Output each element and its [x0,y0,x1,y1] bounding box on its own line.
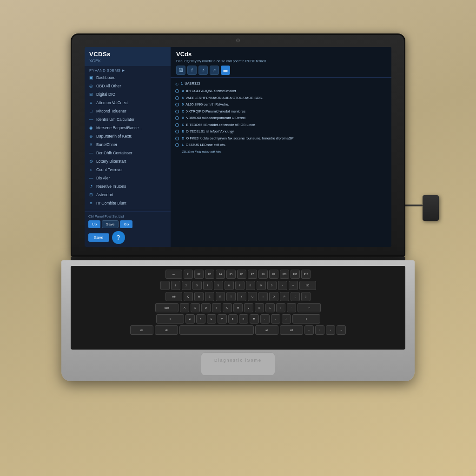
key-lbracket[interactable]: [ [291,292,300,301]
key-1[interactable]: 1 [171,281,180,290]
save-main-button[interactable]: Save [88,233,109,242]
key-3[interactable]: 3 [192,281,202,290]
key-quote[interactable]: ' [287,303,296,312]
key-equals[interactable]: = [289,281,298,290]
key-5[interactable]: 5 [214,281,223,290]
key-m[interactable]: M [250,314,259,324]
key-t[interactable]: T [226,292,236,301]
key-esc[interactable]: esc [165,270,182,279]
save-small-button[interactable]: Save [102,220,119,228]
key-g[interactable]: G [223,303,232,312]
toolbar-active-btn[interactable]: ▬ [221,66,230,75]
key-minus[interactable]: - [278,281,287,290]
key-period[interactable]: . [271,314,280,324]
key-f10[interactable]: F10 [280,270,289,279]
sidebar-item-digital[interactable]: ⊞ Digital DIO [85,90,171,99]
key-0[interactable]: 0 [267,281,277,290]
key-left[interactable]: ← [304,325,314,335]
key-z[interactable]: Z [185,314,195,324]
key-f6[interactable]: F6 [237,270,246,279]
key-a[interactable]: A [180,303,189,312]
key-backspace[interactable]: ⌫ [299,281,316,290]
sidebar-item-resetive[interactable]: ↺ Resetive Irrutons [85,182,171,191]
key-c[interactable]: C [207,314,216,324]
key-q[interactable]: Q [184,292,193,301]
key-h[interactable]: H [233,303,243,312]
key-2[interactable]: 2 [182,281,191,290]
key-u[interactable]: U [248,292,257,301]
key-alt-r[interactable]: alt [255,325,278,335]
key-v[interactable]: V [218,314,227,324]
sidebar-item-astendort[interactable]: ⊞ Astendort [85,191,171,199]
sidebar-item-lottery[interactable]: ⚙ Lottery Bixerstart [85,157,171,165]
key-enter[interactable]: ↵ [298,303,321,312]
key-f[interactable]: F [212,303,221,312]
key-f4[interactable]: F4 [216,270,225,279]
toolbar-export-btn[interactable]: ↗ [210,66,219,75]
sidebar-item-obd[interactable]: ◎ OBD All Other [85,82,171,90]
key-ctrl-r[interactable]: ctrl [280,325,303,335]
key-space[interactable] [179,325,254,335]
key-tab[interactable]: tab [165,292,182,301]
key-f9[interactable]: F9 [269,270,278,279]
sidebar-item-disaler[interactable]: — Dis Aler [85,174,171,182]
key-x[interactable]: X [196,314,205,324]
key-f3[interactable]: F3 [205,270,214,279]
go-button[interactable]: Go [120,220,132,228]
sidebar-item-count[interactable]: ○ Count Twirever [85,165,171,174]
sidebar-item-mitcond[interactable]: □ Mitcond Toluener [85,107,171,115]
key-s[interactable]: S [191,303,200,312]
key-i[interactable]: I [258,292,268,301]
key-alt-l[interactable]: alt [155,325,178,335]
key-j[interactable]: J [244,303,253,312]
key-semicolon[interactable]: ; [276,303,285,312]
sidebar-item-atten[interactable]: ≡ Atten on ValCnect [85,99,171,107]
key-shift-l[interactable]: ⇧ [156,314,184,324]
sidebar-item-hrcombite[interactable]: ≡ Hr Combite Blunt [85,199,171,207]
key-l[interactable]: L [265,303,275,312]
key-k[interactable]: K [255,303,264,312]
key-up[interactable]: ↑ [315,325,324,335]
key-f2[interactable]: F2 [194,270,204,279]
key-caps[interactable]: caps [155,303,178,312]
key-6[interactable]: 6 [225,281,234,290]
toolbar-refresh-btn[interactable]: ↺ [198,66,208,75]
sidebar-item-dapur[interactable]: ⊕ Dapursterin of Kextr. [85,132,171,140]
key-8[interactable]: 8 [246,281,255,290]
key-e[interactable]: E [205,292,214,301]
key-f5[interactable]: F5 [226,270,236,279]
key-f12[interactable]: F12 [301,270,311,279]
key-shift-r[interactable]: ⇧ [292,314,320,324]
key-f1[interactable]: F1 [184,270,193,279]
key-7[interactable]: 7 [235,281,245,290]
help-circle-button[interactable]: ? [112,231,125,244]
key-rbracket[interactable]: ] [301,292,311,301]
key-ctrl-l[interactable]: ctrl [130,325,153,335]
toolbar-img-btn[interactable]: 🖼 [176,66,185,75]
key-right[interactable]: → [337,325,346,335]
key-comma[interactable]: , [260,314,270,324]
sidebar-item-burtel[interactable]: ✕ BurtelChner [85,140,171,149]
key-w[interactable]: W [194,292,204,301]
key-y[interactable]: Y [237,292,246,301]
key-slash[interactable]: / [282,314,291,324]
sidebar-item-mersene[interactable]: ◉ Mersene BaquestRance... [85,124,171,132]
key-f11[interactable]: F11 [291,270,300,279]
key-f7[interactable]: F7 [248,270,257,279]
toolbar-f-btn[interactable]: f [187,66,197,75]
sidebar-item-dashboard[interactable]: ▣ Dashboard [85,73,171,82]
trackpad[interactable] [201,352,275,376]
sidebar-item-identrs[interactable]: — Identrs Um Calculator [85,115,171,124]
key-r[interactable]: R [216,292,225,301]
key-9[interactable]: 9 [257,281,266,290]
key-b[interactable]: B [228,314,238,324]
sidebar-item-der[interactable]: — Der Ohlb Containser [85,149,171,157]
key-f8[interactable]: F8 [258,270,268,279]
key-n[interactable]: N [239,314,248,324]
key-o[interactable]: O [269,292,278,301]
key-d[interactable]: D [201,303,211,312]
key-backtick[interactable] [160,281,170,290]
key-down[interactable]: ↓ [326,325,335,335]
key-p[interactable]: P [280,292,289,301]
key-4[interactable]: 4 [203,281,212,290]
